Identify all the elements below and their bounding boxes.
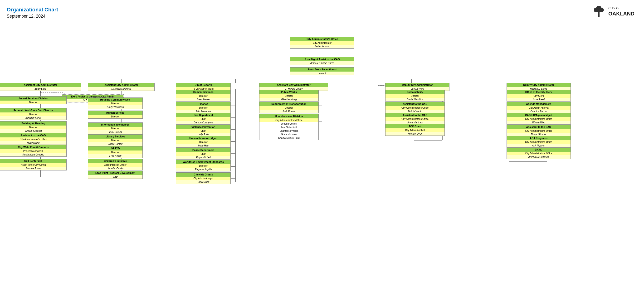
svg-rect-3 <box>598 12 600 17</box>
homelessness-box: Homelessness Division City Administrator… <box>259 114 319 140</box>
dot-box: Department of Transportation Director Jo… <box>259 102 319 114</box>
housing-box: Housing Community Dev. Director Emily We… <box>88 98 143 109</box>
police-box: Police Department Chief Floyd Mitchell <box>176 148 231 160</box>
page-header: Organizational Chart September 12, 2024 <box>7 7 58 19</box>
animal-services-box: Animal Services Division Director <box>0 96 66 104</box>
page-date: September 12, 2024 <box>7 14 58 19</box>
lead-paint-box: Lead Paint Program Development TBD <box>88 171 143 179</box>
city-permit-box: City Wide Permit Ombuds Project Manager … <box>0 145 66 157</box>
asst-cao-rose-box: Assistant to the CAO City Administrator'… <box>0 133 66 145</box>
city-admin-box: City Administrator's Office City Adminis… <box>290 37 354 48</box>
childrens-box: Children's Initiative Accountability Off… <box>88 159 143 170</box>
svg-point-1 <box>594 8 598 12</box>
citywide-grants-box: Citywide Grants City Admin Analyst Tonya… <box>176 172 231 184</box>
city-clerk-box: Office of the City Clerk City Clerk Asha… <box>506 90 571 102</box>
oakland-tree-icon <box>592 5 606 19</box>
call-center-box: Call Center 311 Assist to the City Admin… <box>0 159 66 170</box>
logo-area: CITY OF OAKLAND <box>592 5 634 19</box>
human-resource-box: Human Resource Mgmt Director Mary Hao <box>176 136 231 148</box>
svg-point-2 <box>600 8 604 12</box>
opryd-box: OPRYD Director Fred Kelley <box>88 146 143 158</box>
direct-reports-box: Direct Reports To City Administrator <box>176 83 231 91</box>
asst-admin-harold-box: Assistant City Administrator G. Harold D… <box>259 83 328 91</box>
agenda-mgmt-box: Agenda Management City Admin Analyst Can… <box>506 102 571 114</box>
info-tech-box: Information Technology Director Tony Bat… <box>88 122 143 134</box>
eicrc-box: EICRC City Administrator's Office Artish… <box>506 148 571 159</box>
public-works-box: Public Works Director Mike Kashiwagi <box>259 90 319 102</box>
economic-workforce-box: Econmic Workforce Dev. Director Director… <box>0 108 66 120</box>
asst-cao-tonya-box: Assistant to the CAO City Administrator'… <box>506 125 571 136</box>
human-service-box: Human Service Director <box>88 110 143 119</box>
exec-mgmt-box: Exec Mgmt Assist to the CAO Aracely "She… <box>290 57 354 65</box>
violence-prevention-box: Violence Prevention Chief Holly Joshi <box>176 125 231 136</box>
deputy-admin-joe-box: Deputy City Administrator Joe DeVries <box>385 83 450 91</box>
logo-text: CITY OF OAKLAND <box>608 6 634 17</box>
library-box: Library Services Director Jamie Turbak <box>88 134 143 146</box>
ada-programs-box: ADA Programs City Administrator's Office… <box>506 136 571 148</box>
building-planning-box: Building & Planning Director William Gil… <box>0 121 66 133</box>
page-title: Organizational Chart <box>7 7 58 13</box>
communications-box: Communications Director Sean Maher <box>176 90 231 102</box>
asst-admin-latonda-box: Assistant City Administrator LaTonda Sim… <box>88 83 154 91</box>
deputy-admin-monica-box: Deputy City Administrator Monica E. Davi… <box>506 83 571 91</box>
asst-cao-felicia-box: Assistant to the CAO City Administrator'… <box>385 102 445 114</box>
asst-admin-betsy-box: Assistant City Administrator Betsy Lake <box>0 83 81 91</box>
sustainability-box: Sustainability Director Daniel Hamilton <box>385 90 445 102</box>
tcc-grant-box: TCC Grant City Admin Analyst Michael Dye… <box>385 124 445 136</box>
finance-box: Finance Director Erin Roseman <box>176 102 231 114</box>
fire-dept-box: Fire Department Chief Damon Covington <box>176 113 231 124</box>
workforce-employment-box: Workforce Employment Standards Director … <box>176 160 231 172</box>
front-desk-box: Front Desk Receptionist vacant <box>290 67 354 75</box>
cao-hr-box: CAO HR/Agenda Mgmt City Administrator's … <box>506 113 571 124</box>
asst-cao-anna-box: Assistant to the CAO City Administrator'… <box>385 113 445 124</box>
